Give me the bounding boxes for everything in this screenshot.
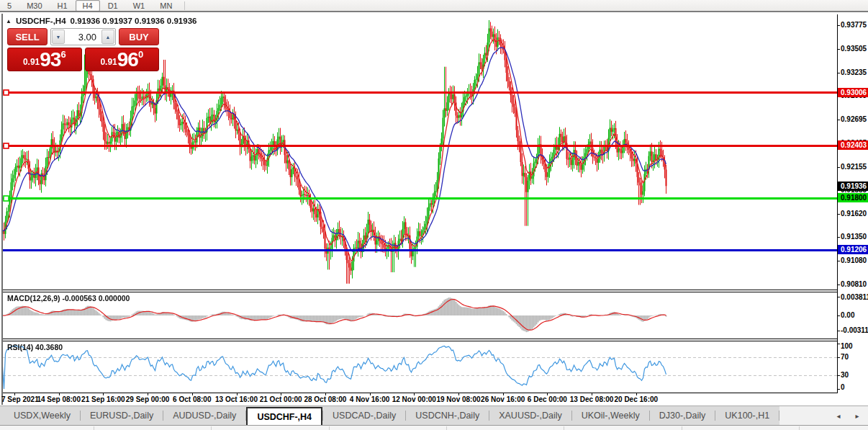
- panel-divider: [3, 290, 838, 290]
- price-axis-line[interactable]: [837, 14, 838, 393]
- macd-tick-mark: [837, 331, 840, 331]
- price-tick-mark: [837, 120, 840, 120]
- resistance-line-tag: 0.93006: [838, 88, 868, 97]
- price-tick-mark: [837, 237, 840, 238]
- rsi-tick-mark: [837, 344, 840, 344]
- buy-button[interactable]: BUY: [119, 28, 159, 45]
- date-tick-label: 14 Sep 08:00: [37, 395, 81, 403]
- tab-audusd-daily[interactable]: AUDUSD-,Daily: [163, 406, 245, 425]
- resistance-line-tag: 0.92403: [838, 140, 868, 150]
- tab-usdchf-h4[interactable]: USDCHF-,H4: [246, 407, 322, 425]
- macd-indicator-label: MACD(12,26,9) -0.000563 0.000000: [7, 294, 130, 303]
- timeframe-button-d1[interactable]: D1: [101, 0, 125, 12]
- macd-tick-mark: [837, 297, 840, 297]
- timeframe-button-w1[interactable]: W1: [126, 0, 153, 12]
- price-tick-mark: [837, 285, 840, 285]
- status-strip-separator: [564, 426, 564, 430]
- date-tick-label: 7 Sep 2021: [1, 395, 39, 403]
- rsi-indicator-label: RSI(14) 40.3680: [7, 343, 63, 351]
- date-tick-label: 12 Nov 00:00: [392, 395, 436, 403]
- date-tick-label: 6 Dec 00:00: [528, 395, 567, 403]
- panel-divider: [3, 393, 838, 393]
- timeframe-button-m30[interactable]: M30: [19, 0, 49, 12]
- timeframe-button-h4[interactable]: H4: [76, 0, 100, 12]
- tab-dj30-daily[interactable]: DJ30-,Daily: [650, 406, 715, 425]
- date-tick-label: 13 Oct 16:00: [215, 395, 258, 403]
- macd-tick-label: 0.00: [841, 311, 854, 319]
- date-tick-label: 13 Dec 08:00: [570, 395, 614, 403]
- timeframe-button-mn[interactable]: MN: [153, 0, 179, 12]
- date-tick-label: 4 Nov 16:00: [350, 395, 390, 403]
- current-price-tag: 0.91936: [838, 182, 868, 191]
- volume-value[interactable]: 3.00: [65, 29, 101, 45]
- sell-price-prefix: 0.91: [23, 57, 40, 67]
- price-tick-label: 0.93235: [841, 68, 867, 76]
- sell-button[interactable]: SELL: [7, 28, 48, 45]
- price-tick-label: 0.92695: [841, 115, 867, 123]
- chart-ohlc-values: 0.91936 0.91937 0.91936 0.91936: [71, 17, 197, 25]
- status-strip-separator: [446, 426, 447, 430]
- date-tick-label: 21 Sep 16:00: [81, 395, 125, 403]
- date-tick-label: 29 Sep 00:00: [126, 395, 170, 403]
- buy-price-pip: 0: [138, 49, 143, 60]
- rsi-panel-canvas[interactable]: [3, 341, 837, 393]
- panel-divider[interactable]: [3, 341, 838, 341]
- price-tick-label: 0.91080: [841, 256, 867, 264]
- collapse-panel-icon[interactable]: ▲: [6, 18, 12, 24]
- sell-price-pip: 6: [60, 49, 65, 60]
- tab-usdcnh-daily[interactable]: USDCNH-,Daily: [406, 406, 489, 425]
- price-tick-label: 0.93775: [841, 21, 867, 29]
- price-tick-mark: [837, 214, 840, 215]
- sell-price-box[interactable]: 0.91 93 6: [7, 48, 82, 71]
- price-tick-label: 0.93505: [841, 45, 867, 53]
- date-tick-label: 6 Oct 08:00: [173, 395, 211, 403]
- rsi-tick-mark: [837, 357, 840, 358]
- price-tick-label: 0.91350: [841, 233, 867, 241]
- rsi-tick-label: 0: [841, 383, 845, 391]
- rsi-tick-label: 100: [841, 342, 853, 350]
- trading-platform-window: 5M30H1H4D1W1MN ▲ USDCHF-,H4 0.91936 0.91…: [0, 0, 868, 430]
- rsi-tick-label: 70: [841, 353, 849, 361]
- date-tick-label: 28 Oct 08:00: [304, 395, 346, 403]
- macd-tick-label: 0.003811: [841, 293, 868, 301]
- price-tick-mark: [837, 25, 840, 26]
- tab-usdcad-daily[interactable]: USDCAD-,Daily: [323, 406, 405, 425]
- tab-uk100-h1[interactable]: UK100-,H1: [715, 406, 779, 425]
- status-strip-separator: [799, 426, 800, 430]
- tabs-scroll-right-icon[interactable]: ▸: [854, 412, 861, 420]
- price-tick-mark: [837, 73, 840, 73]
- date-tick-label: 19 Nov 08:00: [436, 395, 480, 403]
- rsi-tick-mark: [837, 389, 840, 390]
- support-line-tag: 0.91206: [838, 245, 868, 254]
- tab-xauusd-daily[interactable]: XAUUSD-,Daily: [489, 406, 571, 425]
- status-strip: [0, 425, 868, 430]
- rsi-tick-label: 30: [841, 371, 849, 379]
- tab-usdx-weekly[interactable]: USDX,Weekly: [4, 406, 80, 425]
- timeframe-toolbar: 5M30H1H4D1W1MN: [0, 0, 868, 12]
- symbol-tab-bar: USDX,WeeklyEURUSD-,DailyAUDUSD-,DailyUSD…: [0, 406, 868, 425]
- price-tick-label: 0.90810: [841, 280, 867, 288]
- price-tick-mark: [837, 49, 840, 50]
- buy-price-box[interactable]: 0.91 96 0: [85, 48, 160, 71]
- panel-divider[interactable]: [3, 292, 838, 292]
- price-tick-label: 0.92155: [841, 163, 867, 171]
- price-tick-label: 0.91620: [841, 210, 867, 218]
- support-line-tag: 0.91800: [838, 193, 868, 202]
- chart-symbol-title: USDCHF-,H4: [16, 17, 66, 25]
- tab-eurusd-daily[interactable]: EURUSD-,Daily: [81, 406, 163, 425]
- status-strip-separator: [94, 426, 94, 430]
- macd-tick-mark: [837, 315, 840, 316]
- timeframe-button-5[interactable]: 5: [0, 0, 19, 12]
- tab-ukoil-weekly[interactable]: UKOil-,Weekly: [572, 406, 649, 425]
- buy-price-prefix: 0.91: [100, 57, 117, 67]
- buy-price-big: 96: [117, 50, 138, 70]
- timeframe-button-h1[interactable]: H1: [50, 0, 75, 12]
- chart-header: ▲ USDCHF-,H4 0.91936 0.91937 0.91936 0.9…: [6, 17, 196, 25]
- status-strip-separator: [682, 426, 682, 430]
- symbol-tabs-strip: USDX,WeeklyEURUSD-,DailyAUDUSD-,DailyUSD…: [0, 406, 779, 425]
- panel-divider: [3, 339, 838, 339]
- tabs-scroll-left-icon[interactable]: ◂: [835, 412, 842, 420]
- volume-increase-icon[interactable]: ▲: [101, 30, 114, 44]
- volume-decrease-icon[interactable]: ▼: [52, 30, 65, 44]
- status-strip-separator: [211, 426, 212, 430]
